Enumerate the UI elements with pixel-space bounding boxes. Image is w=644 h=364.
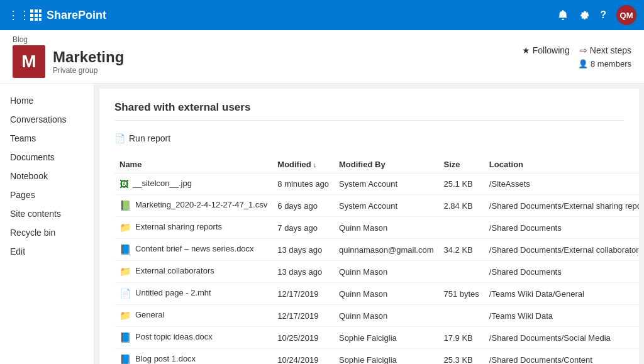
help-icon[interactable]: ?: [600, 9, 606, 21]
page-layout: HomeConversationsTeamsDocumentsNotebookP…: [0, 84, 644, 364]
modified-date: 13 days ago: [272, 261, 334, 283]
breadcrumb: Blog: [13, 35, 522, 44]
modified-date: 7 days ago: [272, 217, 334, 239]
svg-rect-0: [30, 9, 33, 13]
star-icon: ★: [522, 45, 530, 55]
svg-rect-4: [35, 14, 38, 17]
file-size: 751 bytes: [438, 283, 484, 305]
file-location[interactable]: /Shared Documents/Social Media: [484, 327, 639, 349]
file-name-cell[interactable]: 🖼__sitelcon__.jpg: [114, 174, 272, 195]
table-row[interactable]: 📗Marketing_2020-2-4-12-27-47_1.csv6 days…: [114, 195, 639, 217]
col-header-size[interactable]: Size: [438, 156, 484, 174]
site-name: Marketing: [53, 48, 124, 66]
user-avatar[interactable]: QM: [616, 5, 636, 25]
file-name: __sitelcon__.jpg: [133, 179, 192, 188]
following-button[interactable]: ★ Following: [522, 45, 570, 55]
file-name: External collaborators: [135, 267, 214, 276]
sort-icon: ↓: [313, 161, 317, 168]
col-header-modified[interactable]: Modified↓: [272, 156, 334, 174]
modified-by: Sophie Falciglia: [334, 349, 439, 364]
file-name-cell[interactable]: 📘Blog post 1.docx: [114, 349, 272, 364]
file-size: [438, 261, 484, 283]
modified-by: System Account: [334, 174, 439, 195]
table-row[interactable]: 📘Post topic ideas.docx10/25/2019Sophie F…: [114, 327, 639, 349]
file-name-cell[interactable]: 📁External collaborators: [114, 261, 272, 283]
site-name-group: Marketing Private group: [53, 48, 124, 75]
settings-gear[interactable]: [579, 9, 590, 21]
next-steps-icon: ⇨: [580, 45, 587, 55]
sidebar-item-site-contents[interactable]: Site contents: [0, 204, 94, 223]
file-location[interactable]: /SiteAssets: [484, 174, 639, 195]
modified-by: Quinn Mason: [334, 305, 439, 327]
modified-date: 10/25/2019: [272, 327, 334, 349]
svg-rect-8: [39, 18, 42, 21]
app-name: SharePoint: [47, 9, 552, 22]
table-body: 🖼__sitelcon__.jpg8 minutes agoSystem Acc…: [114, 174, 639, 365]
file-name: Post topic ideas.docx: [135, 333, 213, 342]
modified-date: 12/17/2019: [272, 283, 334, 305]
file-size: [438, 305, 484, 327]
svg-rect-6: [30, 18, 33, 21]
file-type-icon: 📁: [119, 222, 131, 233]
table-row[interactable]: 📁General12/17/2019Quinn Mason/Teams Wiki…: [114, 305, 639, 327]
table-row[interactable]: 📘Blog post 1.docx10/24/2019Sophie Falcig…: [114, 349, 639, 364]
file-size: 2.84 KB: [438, 195, 484, 217]
sidebar-item-edit[interactable]: Edit: [0, 242, 94, 261]
members-count[interactable]: 👤 8 members: [578, 59, 631, 69]
waffle-icon[interactable]: [30, 9, 42, 21]
svg-rect-7: [35, 18, 38, 21]
sidebar-item-home[interactable]: Home: [0, 91, 94, 110]
topbar: ⋮⋮ SharePoint ? QM: [0, 0, 644, 30]
table-row[interactable]: 📁External sharing reports7 days agoQuinn…: [114, 217, 639, 239]
sidebar-item-pages[interactable]: Pages: [0, 185, 94, 204]
file-location[interactable]: /Shared Documents/External collaborators: [484, 239, 639, 261]
site-subtitle: Private group: [53, 66, 124, 75]
file-location[interactable]: /Shared Documents/Content: [484, 349, 639, 364]
modified-by: Quinn Mason: [334, 217, 439, 239]
sidebar: HomeConversationsTeamsDocumentsNotebookP…: [0, 84, 94, 364]
file-size: 25.1 KB: [438, 174, 484, 195]
col-header-name[interactable]: Name: [114, 156, 272, 174]
sidebar-item-conversations[interactable]: Conversations: [0, 110, 94, 129]
file-location[interactable]: /Teams Wiki Data/General: [484, 283, 639, 305]
sidebar-item-documents[interactable]: Documents: [0, 148, 94, 167]
file-type-icon: 📘: [119, 244, 131, 255]
header-row: NameModified↓Modified BySizeLocation: [114, 156, 639, 174]
file-name-cell[interactable]: 📁General: [114, 305, 272, 327]
run-report-button[interactable]: 📄 Run report: [114, 131, 170, 146]
site-actions: ★ Following ⇨ Next steps: [522, 45, 631, 55]
sidebar-item-teams[interactable]: Teams: [0, 129, 94, 148]
modified-date: 13 days ago: [272, 239, 334, 261]
file-name-cell[interactable]: 📘Post topic ideas.docx: [114, 327, 272, 349]
file-name: Marketing_2020-2-4-12-27-47_1.csv: [135, 201, 267, 210]
table-row[interactable]: 🖼__sitelcon__.jpg8 minutes agoSystem Acc…: [114, 174, 639, 195]
notification-bell[interactable]: [557, 9, 569, 21]
next-steps-label: Next steps: [590, 45, 631, 55]
file-type-icon: 📁: [119, 310, 131, 321]
sidebar-item-notebook[interactable]: Notebook: [0, 167, 94, 185]
file-location[interactable]: /Shared Documents: [484, 217, 639, 239]
file-location[interactable]: /Teams Wiki Data: [484, 305, 639, 327]
col-header-location[interactable]: Location: [484, 156, 639, 174]
table-row[interactable]: 📄Untitled page - 2.mht12/17/2019Quinn Ma…: [114, 283, 639, 305]
modified-by: Quinn Mason: [334, 283, 439, 305]
sidebar-item-recycle-bin[interactable]: Recycle bin: [0, 223, 94, 242]
file-name: Content brief – news series.docx: [135, 245, 254, 254]
svg-rect-2: [39, 9, 42, 13]
file-name-cell[interactable]: 📘Content brief – news series.docx: [114, 239, 272, 261]
file-name: Blog post 1.docx: [135, 355, 196, 364]
next-steps-button[interactable]: ⇨ Next steps: [580, 45, 631, 55]
table-row[interactable]: 📘Content brief – news series.docx13 days…: [114, 239, 639, 261]
site-logo: M: [13, 45, 45, 78]
modified-date: 6 days ago: [272, 195, 334, 217]
file-name-cell[interactable]: 📁External sharing reports: [114, 217, 272, 239]
file-location[interactable]: /Shared Documents/External sharing repor…: [484, 195, 639, 217]
main-content: Shared with external users 📄 Run report …: [99, 89, 639, 364]
file-name-cell[interactable]: 📄Untitled page - 2.mht: [114, 283, 272, 305]
report-icon: 📄: [114, 133, 125, 143]
grid-icon[interactable]: ⋮⋮: [8, 8, 30, 22]
file-location[interactable]: /Shared Documents: [484, 261, 639, 283]
file-name-cell[interactable]: 📗Marketing_2020-2-4-12-27-47_1.csv: [114, 195, 272, 217]
table-row[interactable]: 📁External collaborators13 days agoQuinn …: [114, 261, 639, 283]
col-header-modified-by[interactable]: Modified By: [334, 156, 439, 174]
